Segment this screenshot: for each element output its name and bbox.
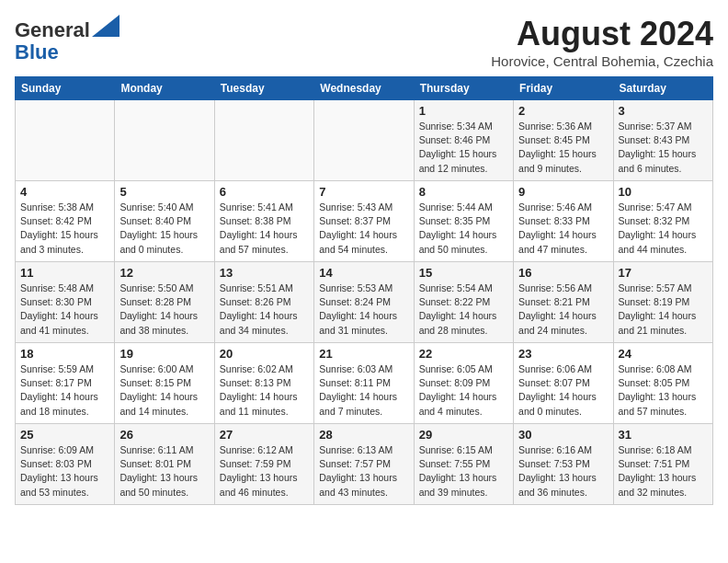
day-info: Sunrise: 5:37 AM Sunset: 8:43 PM Dayligh… [619, 120, 708, 176]
calendar-cell [16, 100, 115, 181]
calendar-subtitle: Horovice, Central Bohemia, Czechia [491, 53, 713, 69]
calendar-cell: 25Sunrise: 6:09 AM Sunset: 8:03 PM Dayli… [16, 424, 115, 505]
calendar-header: General Blue August 2024 Horovice, Centr… [15, 15, 713, 69]
calendar-cell: 8Sunrise: 5:44 AM Sunset: 8:35 PM Daylig… [414, 181, 513, 262]
day-info: Sunrise: 5:47 AM Sunset: 8:32 PM Dayligh… [619, 201, 708, 257]
calendar-cell: 7Sunrise: 5:43 AM Sunset: 8:37 PM Daylig… [314, 181, 414, 262]
calendar-cell: 29Sunrise: 6:15 AM Sunset: 7:55 PM Dayli… [414, 424, 513, 505]
day-info: Sunrise: 5:48 AM Sunset: 8:30 PM Dayligh… [20, 282, 109, 338]
day-info: Sunrise: 6:18 AM Sunset: 7:51 PM Dayligh… [619, 443, 708, 500]
calendar-week-row: 25Sunrise: 6:09 AM Sunset: 8:03 PM Dayli… [16, 424, 713, 505]
day-info: Sunrise: 5:36 AM Sunset: 8:45 PM Dayligh… [518, 120, 608, 176]
day-info: Sunrise: 6:15 AM Sunset: 7:55 PM Dayligh… [419, 443, 508, 500]
weekday-header: Sunday [16, 77, 115, 100]
calendar-cell: 13Sunrise: 5:51 AM Sunset: 8:26 PM Dayli… [214, 262, 313, 343]
day-number: 1 [419, 104, 508, 118]
day-number: 16 [518, 266, 608, 280]
day-info: Sunrise: 5:43 AM Sunset: 8:37 PM Dayligh… [319, 201, 408, 257]
day-number: 20 [220, 347, 309, 361]
calendar-week-row: 4Sunrise: 5:38 AM Sunset: 8:42 PM Daylig… [16, 181, 713, 262]
logo-text: General Blue [15, 15, 119, 63]
weekday-header-row: SundayMondayTuesdayWednesdayThursdayFrid… [16, 77, 713, 100]
day-number: 18 [20, 347, 109, 361]
logo: General Blue [15, 15, 119, 63]
calendar-cell: 24Sunrise: 6:08 AM Sunset: 8:05 PM Dayli… [613, 343, 712, 424]
day-number: 9 [518, 185, 608, 199]
day-number: 10 [619, 185, 708, 199]
calendar-cell: 6Sunrise: 5:41 AM Sunset: 8:38 PM Daylig… [214, 181, 313, 262]
calendar-week-row: 18Sunrise: 5:59 AM Sunset: 8:17 PM Dayli… [16, 343, 713, 424]
calendar-week-row: 1Sunrise: 5:34 AM Sunset: 8:46 PM Daylig… [16, 100, 713, 181]
day-info: Sunrise: 6:06 AM Sunset: 8:07 PM Dayligh… [518, 362, 608, 419]
calendar-cell: 23Sunrise: 6:06 AM Sunset: 8:07 PM Dayli… [514, 343, 613, 424]
day-number: 19 [119, 347, 209, 361]
weekday-header: Wednesday [314, 77, 414, 100]
day-number: 21 [319, 347, 408, 361]
day-info: Sunrise: 5:57 AM Sunset: 8:19 PM Dayligh… [619, 282, 708, 338]
calendar-cell: 18Sunrise: 5:59 AM Sunset: 8:17 PM Dayli… [16, 343, 115, 424]
calendar-cell [314, 100, 414, 181]
calendar-cell: 4Sunrise: 5:38 AM Sunset: 8:42 PM Daylig… [16, 181, 115, 262]
calendar-cell: 11Sunrise: 5:48 AM Sunset: 8:30 PM Dayli… [16, 262, 115, 343]
day-number: 17 [619, 266, 708, 280]
day-info: Sunrise: 5:38 AM Sunset: 8:42 PM Dayligh… [20, 201, 109, 257]
day-info: Sunrise: 5:51 AM Sunset: 8:26 PM Dayligh… [220, 282, 309, 338]
weekday-header: Friday [514, 77, 613, 100]
calendar-cell: 1Sunrise: 5:34 AM Sunset: 8:46 PM Daylig… [414, 100, 513, 181]
day-info: Sunrise: 5:46 AM Sunset: 8:33 PM Dayligh… [518, 201, 608, 257]
day-info: Sunrise: 6:05 AM Sunset: 8:09 PM Dayligh… [419, 362, 508, 419]
day-info: Sunrise: 5:59 AM Sunset: 8:17 PM Dayligh… [20, 362, 109, 419]
day-number: 26 [119, 428, 209, 442]
weekday-header: Thursday [414, 77, 513, 100]
day-number: 14 [319, 266, 408, 280]
weekday-header: Tuesday [214, 77, 313, 100]
day-number: 5 [119, 185, 209, 199]
calendar-cell: 19Sunrise: 6:00 AM Sunset: 8:15 PM Dayli… [115, 343, 214, 424]
day-number: 27 [220, 428, 309, 442]
day-number: 13 [220, 266, 309, 280]
day-info: Sunrise: 5:50 AM Sunset: 8:28 PM Dayligh… [119, 282, 209, 338]
calendar-title: August 2024 [491, 15, 713, 53]
calendar-cell: 26Sunrise: 6:11 AM Sunset: 8:01 PM Dayli… [115, 424, 214, 505]
calendar-week-row: 11Sunrise: 5:48 AM Sunset: 8:30 PM Dayli… [16, 262, 713, 343]
day-number: 30 [518, 428, 608, 442]
day-info: Sunrise: 6:08 AM Sunset: 8:05 PM Dayligh… [619, 362, 708, 419]
day-info: Sunrise: 6:11 AM Sunset: 8:01 PM Dayligh… [119, 443, 209, 500]
day-number: 15 [419, 266, 508, 280]
calendar-table: SundayMondayTuesdayWednesdayThursdayFrid… [15, 76, 713, 505]
day-number: 7 [319, 185, 408, 199]
calendar-cell: 2Sunrise: 5:36 AM Sunset: 8:45 PM Daylig… [514, 100, 613, 181]
day-info: Sunrise: 5:54 AM Sunset: 8:22 PM Dayligh… [419, 282, 508, 338]
logo-icon [92, 15, 119, 37]
title-block: August 2024 Horovice, Central Bohemia, C… [491, 15, 713, 69]
calendar-cell: 17Sunrise: 5:57 AM Sunset: 8:19 PM Dayli… [613, 262, 712, 343]
calendar-cell [214, 100, 313, 181]
day-info: Sunrise: 6:02 AM Sunset: 8:13 PM Dayligh… [220, 362, 309, 419]
calendar-cell: 15Sunrise: 5:54 AM Sunset: 8:22 PM Dayli… [414, 262, 513, 343]
day-number: 31 [619, 428, 708, 442]
day-info: Sunrise: 6:03 AM Sunset: 8:11 PM Dayligh… [319, 362, 408, 419]
calendar-cell: 5Sunrise: 5:40 AM Sunset: 8:40 PM Daylig… [115, 181, 214, 262]
day-number: 23 [518, 347, 608, 361]
day-info: Sunrise: 6:00 AM Sunset: 8:15 PM Dayligh… [119, 362, 209, 419]
day-number: 28 [319, 428, 408, 442]
day-info: Sunrise: 6:09 AM Sunset: 8:03 PM Dayligh… [20, 443, 109, 500]
weekday-header: Monday [115, 77, 214, 100]
day-number: 25 [20, 428, 109, 442]
day-info: Sunrise: 5:40 AM Sunset: 8:40 PM Dayligh… [119, 201, 209, 257]
day-number: 8 [419, 185, 508, 199]
calendar-cell: 30Sunrise: 6:16 AM Sunset: 7:53 PM Dayli… [514, 424, 613, 505]
calendar-cell: 12Sunrise: 5:50 AM Sunset: 8:28 PM Dayli… [115, 262, 214, 343]
day-number: 12 [119, 266, 209, 280]
calendar-cell: 20Sunrise: 6:02 AM Sunset: 8:13 PM Dayli… [214, 343, 313, 424]
calendar-cell: 16Sunrise: 5:56 AM Sunset: 8:21 PM Dayli… [514, 262, 613, 343]
day-number: 22 [419, 347, 508, 361]
calendar-cell: 10Sunrise: 5:47 AM Sunset: 8:32 PM Dayli… [613, 181, 712, 262]
day-info: Sunrise: 6:16 AM Sunset: 7:53 PM Dayligh… [518, 443, 608, 500]
calendar-cell: 21Sunrise: 6:03 AM Sunset: 8:11 PM Dayli… [314, 343, 414, 424]
calendar-cell: 14Sunrise: 5:53 AM Sunset: 8:24 PM Dayli… [314, 262, 414, 343]
day-number: 4 [20, 185, 109, 199]
calendar-cell: 27Sunrise: 6:12 AM Sunset: 7:59 PM Dayli… [214, 424, 313, 505]
day-number: 3 [619, 104, 708, 118]
day-info: Sunrise: 6:12 AM Sunset: 7:59 PM Dayligh… [220, 443, 309, 500]
